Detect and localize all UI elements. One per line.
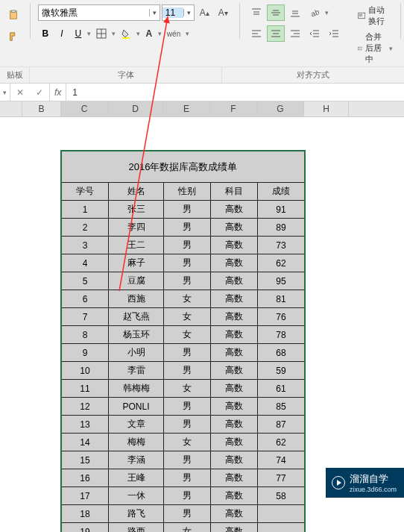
table-row[interactable]: 5豆腐男高数95: [62, 272, 305, 290]
table-cell[interactable]: 10: [62, 362, 109, 380]
table-cell[interactable]: 8: [62, 326, 109, 344]
table-cell[interactable]: 高数: [211, 398, 258, 416]
table-cell[interactable]: 2: [62, 219, 109, 237]
table-cell[interactable]: 61: [258, 380, 305, 398]
table-cell[interactable]: 高数: [211, 201, 258, 219]
table-cell[interactable]: 76: [258, 308, 305, 326]
table-cell[interactable]: 女: [164, 290, 211, 308]
check-icon[interactable]: ✕: [10, 87, 30, 98]
table-cell[interactable]: 12: [62, 398, 109, 416]
align-left-button[interactable]: [247, 25, 265, 42]
font-name-combo[interactable]: ▾: [38, 4, 160, 21]
table-cell[interactable]: 赵飞燕: [109, 308, 164, 326]
borders-button[interactable]: [92, 25, 110, 42]
table-cell[interactable]: 男: [164, 272, 211, 290]
table-row[interactable]: 14梅梅女高数62: [62, 434, 305, 451]
table-cell[interactable]: 高数: [211, 434, 258, 451]
table-row[interactable]: 3王二男高数73: [62, 237, 305, 254]
wrap-text-button[interactable]: ab 自动换行: [353, 3, 397, 28]
phonetic-button[interactable]: wén: [163, 25, 184, 42]
table-cell[interactable]: 89: [258, 219, 305, 237]
table-cell[interactable]: 高数: [211, 505, 258, 523]
table-cell[interactable]: 男: [164, 237, 211, 254]
check-icon[interactable]: ✓: [30, 87, 49, 98]
table-cell[interactable]: 高数: [211, 451, 258, 469]
align-middle-button[interactable]: [267, 4, 285, 21]
table-row[interactable]: 6西施女高数81: [62, 290, 305, 308]
col-header[interactable]: G: [257, 101, 304, 116]
table-cell[interactable]: 62: [258, 434, 305, 451]
chevron-down-icon[interactable]: ▾: [389, 45, 393, 52]
table-cell[interactable]: 男: [164, 505, 211, 523]
table-cell[interactable]: 高数: [211, 254, 258, 272]
col-header[interactable]: H: [304, 101, 349, 116]
table-cell[interactable]: 王峰: [109, 469, 164, 487]
table-header[interactable]: 性别: [164, 183, 211, 201]
paste-button[interactable]: [4, 3, 22, 27]
format-painter-button[interactable]: [4, 28, 22, 45]
table-cell[interactable]: 高数: [211, 237, 258, 254]
increase-indent-button[interactable]: [325, 25, 343, 42]
table-cell[interactable]: 男: [164, 416, 211, 434]
chevron-down-icon[interactable]: ▾: [158, 30, 162, 37]
table-cell[interactable]: 高数: [211, 469, 258, 487]
table-cell[interactable]: 高数: [211, 219, 258, 237]
table-cell[interactable]: 高数: [211, 380, 258, 398]
align-right-button[interactable]: [286, 25, 304, 42]
table-cell[interactable]: 77: [258, 469, 305, 487]
table-cell[interactable]: 高数: [211, 272, 258, 290]
col-header[interactable]: B: [22, 101, 61, 116]
table-row[interactable]: 12PONLI男高数85: [62, 398, 305, 416]
align-bottom-button[interactable]: [286, 4, 304, 21]
fx-label[interactable]: fx: [49, 84, 66, 101]
table-row[interactable]: 7赵飞燕女高数76: [62, 308, 305, 326]
table-cell[interactable]: 11: [62, 380, 109, 398]
table-cell[interactable]: 高数: [211, 326, 258, 344]
table-cell[interactable]: 女: [164, 326, 211, 344]
font-name-input[interactable]: [39, 7, 149, 18]
table-row[interactable]: 1张三男高数91: [62, 201, 305, 219]
table-cell[interactable]: 高数: [211, 487, 258, 505]
table-cell[interactable]: 文章: [109, 416, 164, 434]
table-cell[interactable]: 李四: [109, 219, 164, 237]
table-cell[interactable]: 一休: [109, 487, 164, 505]
italic-button[interactable]: I: [54, 25, 69, 42]
increase-font-button[interactable]: A▴: [196, 4, 213, 21]
table-cell[interactable]: 高数: [211, 344, 258, 362]
font-color-button[interactable]: A: [142, 25, 157, 42]
table-cell[interactable]: 李涵: [109, 451, 164, 469]
table-cell[interactable]: 13: [62, 416, 109, 434]
bold-button[interactable]: B: [38, 25, 53, 42]
table-row[interactable]: 10李雷男高数59: [62, 362, 305, 380]
formula-value[interactable]: 1: [66, 87, 404, 98]
table-row[interactable]: 16王峰男高数77: [62, 469, 305, 487]
underline-button[interactable]: U: [71, 25, 86, 42]
table-cell[interactable]: 17: [62, 487, 109, 505]
table-header[interactable]: 学号: [62, 183, 109, 201]
chevron-down-icon[interactable]: ▾: [186, 30, 189, 37]
table-cell[interactable]: 91: [258, 201, 305, 219]
font-size-input[interactable]: [162, 7, 183, 18]
table-cell[interactable]: PONLI: [109, 398, 164, 416]
table-cell[interactable]: 男: [164, 487, 211, 505]
col-header[interactable]: F: [210, 101, 257, 116]
table-cell[interactable]: 58: [258, 487, 305, 505]
table-cell[interactable]: 16: [62, 469, 109, 487]
table-cell[interactable]: 15: [62, 451, 109, 469]
table-cell[interactable]: 78: [258, 326, 305, 344]
table-cell[interactable]: 73: [258, 237, 305, 254]
table-cell[interactable]: 男: [164, 344, 211, 362]
table-cell[interactable]: 高数: [211, 290, 258, 308]
table-cell[interactable]: 女: [164, 434, 211, 451]
table-cell[interactable]: 路飞: [109, 505, 164, 523]
col-header[interactable]: E: [163, 101, 210, 116]
table-cell[interactable]: 5: [62, 272, 109, 290]
table-cell[interactable]: 62: [258, 254, 305, 272]
table-row[interactable]: 13文章男高数87: [62, 416, 305, 434]
align-top-button[interactable]: [247, 4, 265, 21]
table-cell[interactable]: 男: [164, 201, 211, 219]
table-header[interactable]: 成绩: [258, 183, 305, 201]
table-cell[interactable]: 68: [258, 344, 305, 362]
table-row[interactable]: 4麻子男高数62: [62, 254, 305, 272]
chevron-down-icon[interactable]: ▾: [183, 9, 194, 16]
